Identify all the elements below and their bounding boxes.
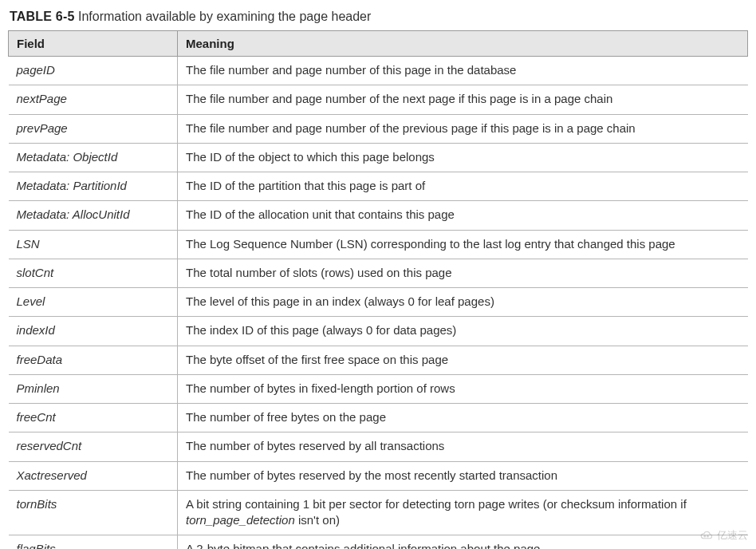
table-header-row: Field Meaning	[9, 31, 748, 57]
cell-field: Metadata: PartitionId	[9, 172, 178, 201]
table-row: freeCnt The number of free bytes on the …	[9, 404, 748, 432]
table-row: reservedCnt The number of bytes reserved…	[9, 432, 748, 461]
cell-field: Level	[9, 288, 178, 317]
cell-field: flagBits	[9, 535, 178, 549]
cell-field: Xactreserved	[9, 461, 178, 490]
table-header-meaning: Meaning	[178, 31, 748, 57]
table-row: slotCnt The total number of slots (rows)…	[9, 259, 748, 287]
table-row: Pminlen The number of bytes in fixed-len…	[9, 374, 748, 403]
cell-field: tornBits	[9, 490, 178, 535]
cell-meaning: The total number of slots (rows) used on…	[178, 259, 748, 287]
table-row: pageID The file number and page number o…	[9, 57, 748, 85]
table-row: Metadata: PartitionId The ID of the part…	[9, 172, 748, 201]
table-row: Metadata: ObjectId The ID of the object …	[9, 143, 748, 172]
cell-field: LSN	[9, 230, 178, 259]
cell-field: Metadata: ObjectId	[9, 143, 178, 172]
table-row: indexId The index ID of this page (alway…	[9, 317, 748, 346]
cell-field: indexId	[9, 317, 178, 346]
cell-meaning: The byte offset of the first free space …	[178, 346, 748, 374]
table-row: Level The level of this page in an index…	[9, 288, 748, 317]
cell-meaning: The file number and page number of the n…	[178, 85, 748, 114]
cell-meaning: The number of bytes in fixed-length port…	[178, 374, 748, 403]
meaning-italic: torn_page_detection	[186, 513, 295, 527]
cell-meaning: A bit string containing 1 bit per sector…	[178, 490, 748, 535]
cell-field: pageID	[9, 57, 178, 85]
cell-field: reservedCnt	[9, 432, 178, 461]
table-row: freeData The byte offset of the first fr…	[9, 346, 748, 374]
page-header-fields-table: Field Meaning pageID The file number and…	[8, 30, 748, 549]
cell-meaning: A 2-byte bitmap that contains additional…	[178, 535, 748, 549]
table-row: prevPage The file number and page number…	[9, 114, 748, 143]
cell-meaning: The Log Sequence Number (LSN) correspond…	[178, 230, 748, 259]
cell-field: prevPage	[9, 114, 178, 143]
table-row: Xactreserved The number of bytes reserve…	[9, 461, 748, 490]
table-caption: TABLE 6-5 Information available by exami…	[10, 10, 748, 24]
table-row: nextPage The file number and page number…	[9, 85, 748, 114]
table-row: LSN The Log Sequence Number (LSN) corres…	[9, 230, 748, 259]
cell-meaning: The ID of the object to which this page …	[178, 143, 748, 172]
cell-field: slotCnt	[9, 259, 178, 287]
table-header-field: Field	[9, 31, 178, 57]
cell-field: freeCnt	[9, 404, 178, 432]
cell-meaning: The number of bytes reserved by all tran…	[178, 432, 748, 461]
meaning-pre: A bit string containing 1 bit per sector…	[186, 497, 687, 511]
cell-field: Pminlen	[9, 374, 178, 403]
table-row: tornBits A bit string containing 1 bit p…	[9, 490, 748, 535]
cell-meaning: The level of this page in an index (alwa…	[178, 288, 748, 317]
meaning-post: isn't on)	[295, 513, 340, 527]
cell-field: Metadata: AllocUnitId	[9, 201, 178, 230]
cell-meaning: The file number and page number of the p…	[178, 114, 748, 143]
cell-meaning: The ID of the partition that this page i…	[178, 172, 748, 201]
table-row: Metadata: AllocUnitId The ID of the allo…	[9, 201, 748, 230]
cell-meaning: The file number and page number of this …	[178, 57, 748, 85]
cell-meaning: The number of free bytes on the page	[178, 404, 748, 432]
cell-meaning: The index ID of this page (always 0 for …	[178, 317, 748, 346]
cell-field: freeData	[9, 346, 178, 374]
cell-meaning: The number of bytes reserved by the most…	[178, 461, 748, 490]
table-caption-label: TABLE 6-5	[10, 10, 75, 23]
cell-field: nextPage	[9, 85, 178, 114]
cell-meaning: The ID of the allocation unit that conta…	[178, 201, 748, 230]
table-caption-text: Information available by examining the p…	[78, 10, 371, 23]
table-row: flagBits A 2-byte bitmap that contains a…	[9, 535, 748, 549]
